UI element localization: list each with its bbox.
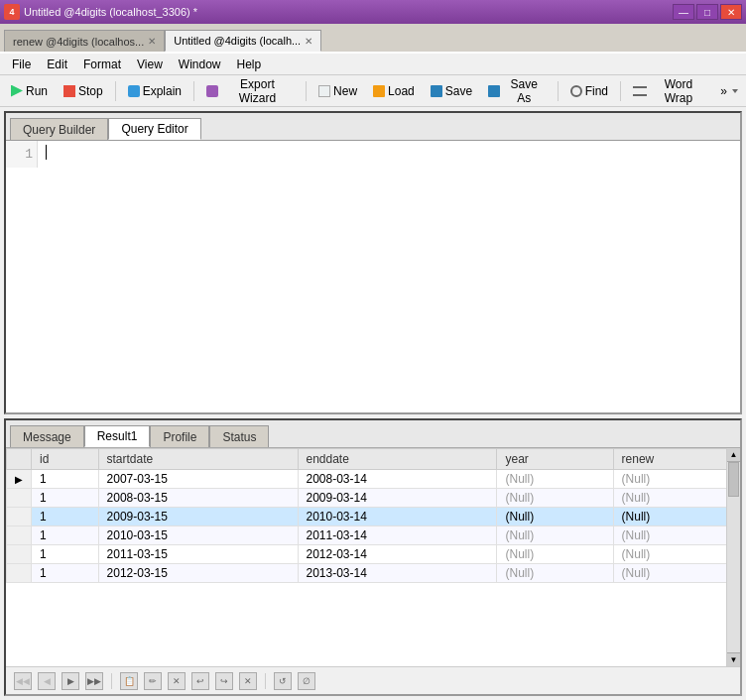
cell-enddate: 2011-03-14 xyxy=(298,526,497,545)
stop-button[interactable]: Stop xyxy=(57,79,110,103)
cell-enddate: 2012-03-14 xyxy=(298,545,497,564)
app-icon: 4 xyxy=(4,4,20,20)
nav-cancel-button[interactable]: ✕ xyxy=(239,672,257,690)
overflow-chevron-icon xyxy=(732,89,738,93)
tab-result1-label: Result1 xyxy=(97,429,138,443)
cell-renew: (Null) xyxy=(613,489,739,508)
cell-year: (Null) xyxy=(497,470,613,489)
col-header-startdate[interactable]: startdate xyxy=(98,449,298,470)
window-tab-renew[interactable]: renew @4digits (localhos... ✕ xyxy=(4,30,165,52)
menu-edit[interactable]: Edit xyxy=(39,56,75,73)
nav-add-button[interactable]: 📋 xyxy=(120,672,138,690)
table-header-row: id startdate enddate year renew xyxy=(7,449,740,470)
col-header-year[interactable]: year xyxy=(497,449,613,470)
export-button[interactable]: Export Wizard xyxy=(199,79,301,103)
window-tab-bar: renew @4digits (localhos... ✕ Untitled @… xyxy=(0,24,746,54)
window-tab-renew-close[interactable]: ✕ xyxy=(148,36,156,47)
saveas-icon xyxy=(488,85,500,97)
toolbar-overflow-button[interactable]: » xyxy=(716,79,742,103)
saveas-button[interactable]: Save As xyxy=(481,79,553,103)
cell-enddate: 2013-03-14 xyxy=(298,564,497,583)
cell-startdate: 2009-03-15 xyxy=(98,508,298,526)
col-header-id[interactable]: id xyxy=(32,449,99,470)
nav-refresh-button[interactable]: ↺ xyxy=(274,672,292,690)
tab-profile[interactable]: Profile xyxy=(150,425,209,447)
load-icon xyxy=(373,85,385,97)
cell-id: 1 xyxy=(32,470,99,489)
result-table-wrapper[interactable]: id startdate enddate year renew ▶12007-0… xyxy=(6,448,740,666)
menu-help[interactable]: Help xyxy=(229,56,270,73)
export-icon xyxy=(206,85,218,97)
cell-id: 1 xyxy=(32,508,99,526)
cell-id: 1 xyxy=(32,564,99,583)
editor-content[interactable] xyxy=(42,141,740,412)
editor-gutter: 1 xyxy=(6,141,38,168)
explain-button[interactable]: Explain xyxy=(121,79,188,103)
run-icon xyxy=(11,85,23,97)
result-table: id startdate enddate year renew ▶12007-0… xyxy=(6,448,740,583)
toolbar-sep-4 xyxy=(558,81,559,101)
line-number-1: 1 xyxy=(6,145,33,164)
explain-label: Explain xyxy=(143,84,182,98)
nav-null-button[interactable]: ∅ xyxy=(298,672,315,690)
col-header-renew[interactable]: renew xyxy=(613,449,739,470)
tab-query-builder-label: Query Builder xyxy=(23,123,95,137)
load-button[interactable]: Load xyxy=(366,79,422,103)
save-button[interactable]: Save xyxy=(424,79,479,103)
table-row[interactable]: ▶12007-03-152008-03-14(Null)(Null) xyxy=(7,470,740,489)
result-tab-bar: Message Result1 Profile Status xyxy=(6,420,740,448)
cell-enddate: 2010-03-14 xyxy=(298,508,497,526)
window-tab-untitled-close[interactable]: ✕ xyxy=(305,36,312,47)
cell-year: (Null) xyxy=(497,545,613,564)
scrollbar-thumb[interactable] xyxy=(728,462,739,497)
minimize-button[interactable]: — xyxy=(673,4,694,20)
tab-message[interactable]: Message xyxy=(10,425,84,447)
menu-format[interactable]: Format xyxy=(75,56,129,73)
nav-undo-button[interactable]: ↩ xyxy=(191,672,209,690)
cell-id: 1 xyxy=(32,489,99,508)
stop-label: Stop xyxy=(78,84,103,98)
table-row[interactable]: 12012-03-152013-03-14(Null)(Null) xyxy=(7,564,740,583)
scrollbar-up-arrow[interactable]: ▲ xyxy=(727,448,740,462)
cell-renew: (Null) xyxy=(613,470,739,489)
new-icon xyxy=(318,85,330,97)
window-tab-untitled-label: Untitled @4digits (localh... xyxy=(174,35,301,47)
nav-edit-button[interactable]: ✏ xyxy=(144,672,162,690)
nav-prev-button[interactable]: ◀ xyxy=(38,672,56,690)
nav-redo-button[interactable]: ↪ xyxy=(215,672,233,690)
table-row[interactable]: 12009-03-152010-03-14(Null)(Null) xyxy=(7,508,740,526)
menu-window[interactable]: Window xyxy=(171,56,229,73)
title-bar-left: 4 Untitled @4digits (localhost_3306) * xyxy=(4,4,197,20)
editor-wrapper: 1 xyxy=(6,141,740,412)
nav-next-button[interactable]: ▶ xyxy=(62,672,79,690)
nav-last-button[interactable]: ▶▶ xyxy=(85,672,103,690)
editor-cursor xyxy=(46,145,47,160)
scrollbar-down-arrow[interactable]: ▼ xyxy=(727,652,740,666)
col-header-enddate[interactable]: enddate xyxy=(298,449,497,470)
row-indicator xyxy=(7,526,32,545)
menu-view[interactable]: View xyxy=(129,56,171,73)
nav-first-button[interactable]: ◀◀ xyxy=(14,672,32,690)
run-button[interactable]: Run xyxy=(4,79,55,103)
row-indicator xyxy=(7,564,32,583)
find-button[interactable]: Find xyxy=(563,79,615,103)
tab-result1[interactable]: Result1 xyxy=(84,425,151,447)
overflow-icon: » xyxy=(720,84,727,98)
window-tab-untitled[interactable]: Untitled @4digits (localh... ✕ xyxy=(165,30,321,52)
new-button[interactable]: New xyxy=(311,79,364,103)
tab-query-editor[interactable]: Query Editor xyxy=(108,118,200,140)
wordwrap-button[interactable]: Word Wrap xyxy=(626,79,714,103)
menu-file[interactable]: File xyxy=(4,56,39,73)
table-row[interactable]: 12008-03-152009-03-14(Null)(Null) xyxy=(7,489,740,508)
row-indicator xyxy=(7,545,32,564)
tab-status[interactable]: Status xyxy=(209,425,269,447)
table-scrollbar[interactable]: ▲ ▼ xyxy=(726,448,740,666)
table-row[interactable]: 12010-03-152011-03-14(Null)(Null) xyxy=(7,526,740,545)
nav-delete-button[interactable]: ✕ xyxy=(168,672,186,690)
stop-icon xyxy=(63,85,75,97)
table-row[interactable]: 12011-03-152012-03-14(Null)(Null) xyxy=(7,545,740,564)
tab-query-builder[interactable]: Query Builder xyxy=(10,118,108,140)
toolbar: Run Stop Explain Export Wizard New Load … xyxy=(0,75,746,107)
maximize-button[interactable]: □ xyxy=(696,4,718,20)
close-button[interactable]: ✕ xyxy=(720,4,742,20)
